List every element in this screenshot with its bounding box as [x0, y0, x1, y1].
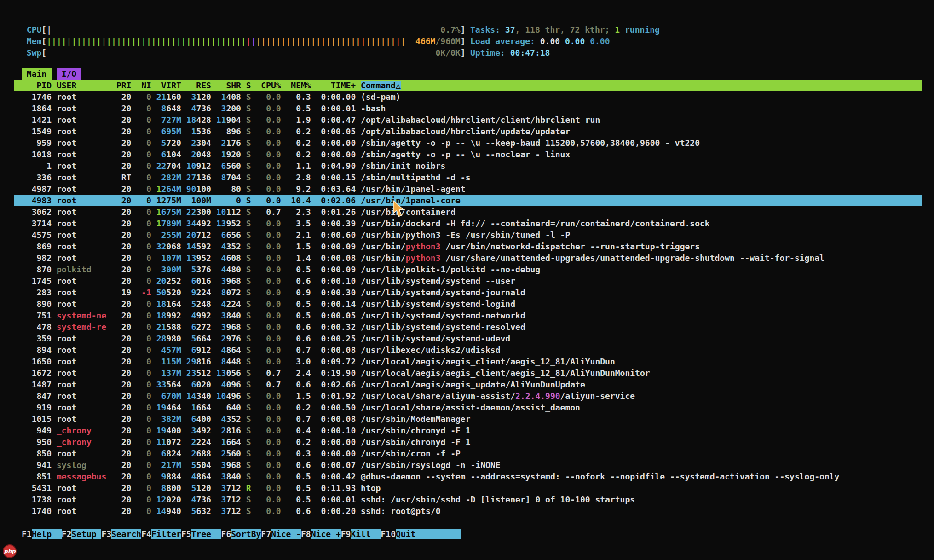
- process-row[interactable]: 1864 root 20 0 8648 4736 3200 S 0.0 0.5 …: [14, 103, 922, 114]
- process-row[interactable]: 890 root 20 0 18164 5248 4224 S 0.0 0.5 …: [14, 298, 922, 310]
- process-row[interactable]: 1015 root 20 0 382M 6400 4352 S 0.0 0.7 …: [14, 413, 922, 425]
- cell-state: S: [246, 138, 251, 148]
- cell-virt: 21: [156, 92, 167, 102]
- fn-f6[interactable]: F6SortBy: [221, 529, 261, 539]
- fn-f2[interactable]: F2Setup: [62, 529, 102, 539]
- cell-shr: 3: [216, 322, 226, 332]
- process-row[interactable]: 1549 root 20 0 695M 1536 896 S 0.0 0.2 0…: [14, 126, 922, 137]
- process-row[interactable]: 1 root 20 0 22704 10912 6560 S 0.0 1.1 0…: [14, 160, 922, 172]
- cell-res: 504: [196, 460, 211, 470]
- sp: [241, 403, 246, 412]
- column-header-pid[interactable]: PID: [22, 81, 52, 90]
- process-row[interactable]: 869 root 20 0 32068 14592 4352 S 0.0 1.5…: [14, 241, 922, 252]
- fn-f3[interactable]: F3Search: [101, 529, 141, 539]
- process-row[interactable]: 1672 root 20 0 137M 23512 13056 S 0.7 2.…: [14, 367, 922, 379]
- sp: [106, 334, 111, 343]
- cell-shr: 3: [216, 460, 226, 470]
- process-row[interactable]: 4983 root 20 0 1275M 100M 0 S 0.0 10.4 0…: [14, 195, 922, 206]
- process-row[interactable]: 851 messagebus 20 0 9884 4864 3840 S 0.0…: [14, 471, 922, 482]
- sp: [151, 230, 156, 240]
- cell-shr: 352: [226, 414, 241, 424]
- process-row[interactable]: 5431 root 20 0 8800 5120 3712 R 0.0 0.5 …: [14, 482, 922, 494]
- cell-time: 0:01.92: [316, 391, 356, 401]
- process-row[interactable]: 1746 root 20 0 21160 3120 1408 S 0.0 0.3…: [14, 91, 922, 103]
- fn-f7[interactable]: F7Nice -: [261, 529, 301, 539]
- sp: [131, 449, 136, 458]
- uptime: Uptime: 00:47:18: [470, 47, 660, 58]
- column-header-user[interactable]: USER: [57, 81, 106, 90]
- cell-command: /usr/sbin/rsyslogd -n -iNONE: [361, 460, 500, 470]
- column-header-time[interactable]: TIME+: [316, 81, 356, 90]
- process-row[interactable]: 850 root 20 0 6824 2688 2560 S 0.0 0.3 0…: [14, 448, 922, 459]
- process-row[interactable]: 336 root RT 0 282M 27136 8704 S 0.0 2.8 …: [14, 172, 922, 183]
- cell-state: S: [246, 414, 251, 424]
- process-row[interactable]: 1421 root 20 0 727M 18428 11904 S 0.0 1.…: [14, 114, 922, 126]
- cell-cpu: 0.0: [256, 426, 281, 435]
- fn-f9[interactable]: F9Kill: [341, 529, 381, 539]
- process-row[interactable]: 870 polkitd 20 0 300M 5376 4480 S 0.0 0.…: [14, 264, 922, 275]
- cell-res: 120: [196, 92, 211, 102]
- sp: [211, 276, 216, 286]
- process-row[interactable]: 941 syslog 20 0 217M 5504 3968 S 0.0 0.6…: [14, 459, 922, 471]
- process-row[interactable]: 751 systemd-ne 20 0 18992 4992 3840 S 0.…: [14, 310, 922, 321]
- process-row[interactable]: 959 root 20 0 5720 2304 2176 S 0.0 0.2 0…: [14, 137, 922, 149]
- process-row[interactable]: 982 root 20 0 107M 13952 4608 S 0.0 1.4 …: [14, 252, 922, 264]
- process-row[interactable]: 1738 root 20 0 12020 4736 3712 S 0.0 0.5…: [14, 494, 922, 505]
- cell-user: syslog: [57, 460, 106, 470]
- cell-user: systemd-ne: [57, 311, 106, 320]
- cell-res: 224: [196, 437, 211, 447]
- process-row[interactable]: 949 _chrony 20 0 19400 3492 2816 S 0.0 0…: [14, 425, 922, 436]
- process-row[interactable]: 283 root 19 -1 50520 9224 8072 S 0.0 0.9…: [14, 287, 922, 298]
- cell-shr: 80: [216, 184, 241, 194]
- tab-main[interactable]: Main: [22, 68, 52, 80]
- process-row[interactable]: 4987 root 20 0 1264M 90100 80 S 0.0 9.2 …: [14, 183, 922, 195]
- process-row[interactable]: 4575 root 20 0 255M 20712 6656 S 0.0 2.1…: [14, 229, 922, 241]
- cell-state: S: [246, 92, 251, 102]
- sp: [52, 242, 57, 251]
- column-header-shr[interactable]: SHR: [216, 81, 241, 90]
- sp: [281, 265, 286, 274]
- fn-f10[interactable]: F10Quit: [381, 529, 460, 539]
- cell-ni: 0: [136, 219, 151, 228]
- column-header-virt[interactable]: VIRT: [156, 81, 181, 90]
- column-header-res[interactable]: RES: [186, 81, 211, 90]
- process-row[interactable]: 1745 root 20 0 20252 6016 3968 S 0.0 0.6…: [14, 275, 922, 287]
- cell-virt: 264M: [161, 184, 181, 194]
- sp: [211, 357, 216, 366]
- column-header-state[interactable]: S: [246, 81, 251, 90]
- column-header-command[interactable]: Command△: [361, 81, 401, 90]
- cell-pid: 1015: [22, 414, 52, 424]
- mem-bar-buffers: |: [246, 36, 251, 46]
- fn-f1[interactable]: F1Help: [22, 529, 62, 539]
- process-row[interactable]: 3714 root 20 0 1789M 34492 13952 S 0.0 3…: [14, 218, 922, 229]
- cell-command: /usr/local/share/assist-daemon/assist_da…: [361, 403, 580, 412]
- cell-shr: 3: [216, 104, 226, 113]
- cell-shr: 200: [226, 104, 241, 113]
- process-row[interactable]: 1740 root 20 0 14940 5632 3712 S 0.0 0.6…: [14, 505, 922, 517]
- process-row[interactable]: 919 root 20 0 19464 1664 640 S 0.0 0.2 0…: [14, 402, 922, 413]
- fn-f5[interactable]: F5Tree: [181, 529, 221, 539]
- sp: [251, 115, 256, 125]
- bracket: [: [41, 48, 46, 58]
- sp: [356, 403, 361, 412]
- cell-res: 22: [186, 207, 196, 217]
- process-row[interactable]: 950 _chrony 20 0 11072 2224 1664 S 0.0 0…: [14, 436, 922, 448]
- sp: [52, 449, 57, 458]
- column-header-ni[interactable]: NI: [136, 81, 151, 90]
- column-header-cpu[interactable]: CPU%: [256, 81, 281, 90]
- tab-i-o[interactable]: I/O: [57, 68, 81, 80]
- process-row[interactable]: 478 systemd-re 20 0 21588 6272 3968 S 0.…: [14, 321, 922, 333]
- process-row[interactable]: 894 root 20 0 457M 6912 4864 S 0.0 0.7 0…: [14, 344, 922, 356]
- process-row[interactable]: 1650 root 20 0 115M 29816 8448 S 0.0 3.0…: [14, 356, 922, 367]
- fn-f4[interactable]: F4Filter: [141, 529, 181, 539]
- fn-f8[interactable]: F8Nice +: [301, 529, 341, 539]
- process-row[interactable]: 847 root 20 0 670M 14340 10496 S 0.0 1.5…: [14, 390, 922, 402]
- process-row[interactable]: 1018 root 20 0 6104 2048 1920 S 0.0 0.2 …: [14, 149, 922, 160]
- process-row[interactable]: 1487 root 20 0 33564 6020 4096 S 0.7 0.6…: [14, 379, 922, 390]
- cell-virt: 282M: [156, 173, 181, 182]
- column-header-mem[interactable]: MEM%: [286, 81, 311, 90]
- process-row[interactable]: 359 root 20 0 28980 5664 2976 S 0.0 0.6 …: [14, 333, 922, 344]
- cell-res: 248: [196, 299, 211, 309]
- process-row[interactable]: 3062 root 20 0 1675M 22300 10112 S 0.7 2…: [14, 206, 922, 218]
- column-header-pri[interactable]: PRI: [111, 81, 131, 90]
